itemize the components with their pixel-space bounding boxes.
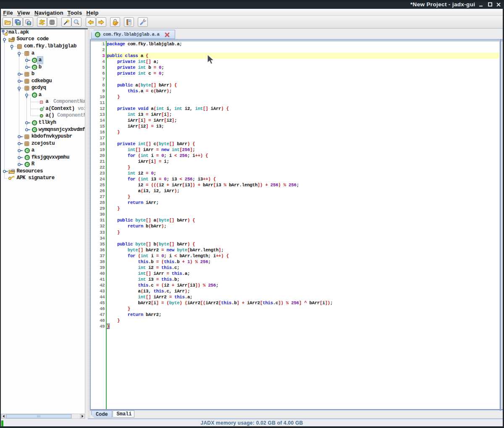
svg-text:C: C — [26, 155, 29, 159]
svg-text:C: C — [33, 57, 36, 62]
svg-text:010: 010 — [11, 169, 15, 171]
svg-text:c: c — [43, 106, 45, 109]
svg-text:C: C — [33, 92, 36, 97]
svg-text:C: C — [33, 127, 36, 132]
svg-text:C: C — [26, 162, 29, 167]
svg-text:C: C — [96, 32, 99, 37]
svg-text:C: C — [33, 65, 36, 69]
svg-text:C: C — [33, 120, 36, 125]
svg-text:C: C — [26, 148, 29, 153]
